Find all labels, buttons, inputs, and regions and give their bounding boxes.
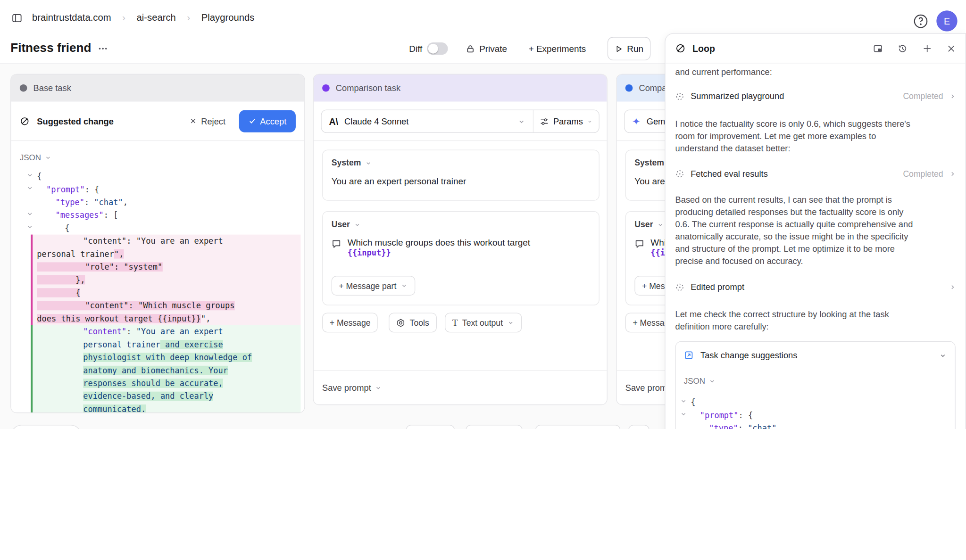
comparison-task-header: Comparison task: [314, 74, 607, 101]
reject-label: Reject: [201, 116, 225, 126]
reject-button[interactable]: Reject: [189, 116, 225, 126]
avatar[interactable]: E: [936, 10, 957, 31]
close-icon[interactable]: [946, 44, 956, 54]
help-button[interactable]: [912, 13, 929, 29]
add-message-button[interactable]: + Message: [322, 313, 378, 333]
step-status: Completed: [903, 169, 943, 179]
suggestions-card-title: Task change suggestions: [700, 350, 932, 360]
loop-logo-icon: [675, 43, 686, 53]
base-task-header: Base task: [11, 74, 305, 101]
tools-button[interactable]: Tools: [389, 313, 436, 333]
table-settings-button[interactable]: [628, 425, 649, 429]
breadcrumb-project[interactable]: ai-search: [137, 12, 176, 24]
all-rows-select[interactable]: All rows: [11, 425, 82, 429]
add-task-button[interactable]: + Task 3: [406, 425, 455, 429]
title-menu-button[interactable]: [97, 43, 108, 54]
popout-icon[interactable]: [873, 44, 883, 54]
page-title: Fitness friend: [10, 41, 91, 55]
code-line: "content": "You are an expert: [37, 325, 300, 338]
run-button[interactable]: Run: [608, 37, 650, 60]
accept-button[interactable]: Accept: [239, 110, 296, 132]
filter-button[interactable]: Filter: [94, 425, 126, 429]
save-prompt-button[interactable]: Save prompt: [314, 370, 607, 404]
user-label[interactable]: User: [634, 220, 664, 229]
experiments-button[interactable]: + Experiments: [529, 42, 586, 56]
task-edit-icon: [684, 350, 694, 360]
system-label[interactable]: System: [634, 158, 664, 168]
height-button[interactable]: Height: [251, 425, 290, 429]
params-button[interactable]: Params: [533, 110, 599, 132]
accept-label: Accept: [260, 116, 286, 126]
loop-panel: Loop and current performance: Summarized…: [665, 33, 966, 429]
save-prompt-label: Save prompt: [322, 383, 371, 393]
user-text: Which muscle groups does this workout ta…: [348, 238, 530, 257]
breadcrumb-section[interactable]: Playgrounds: [201, 12, 255, 24]
code-line: personal trainer and exercise: [37, 338, 300, 351]
third-task-dot-icon: [625, 84, 633, 92]
loop-panel-header: Loop: [666, 34, 966, 64]
json-mode-select[interactable]: JSON: [684, 376, 716, 386]
chevron-right-icon: [949, 92, 957, 100]
sidebar-toggle-icon[interactable]: [12, 13, 22, 23]
code-line: "messages": [: [37, 209, 300, 222]
message-bubble-icon: [634, 239, 644, 249]
model-select[interactable]: A\ Claude 4 Sonnet: [322, 110, 533, 132]
model-row: A\ Claude 4 Sonnet Params: [314, 102, 607, 141]
code-line: evidence-based, and clearly: [37, 390, 300, 403]
loop-step[interactable]: Fetched eval results Completed: [675, 169, 957, 179]
user-label[interactable]: User: [332, 220, 361, 229]
breadcrumb-org[interactable]: braintrustdata.com: [32, 12, 111, 24]
json-mode-select[interactable]: JSON: [20, 153, 51, 162]
breadcrumb: braintrustdata.com › ai-search › Playgro…: [12, 11, 255, 25]
loop-step[interactable]: Edited prompt: [675, 282, 957, 292]
comparison-task-panel: Comparison task A\ Claude 4 Sonnet Param…: [313, 74, 608, 405]
code-line: {: [37, 170, 300, 182]
comparison-task-dot-icon: [322, 84, 330, 92]
loop-message: I notice the factuality score is only 0.…: [675, 117, 958, 154]
history-icon[interactable]: [898, 44, 908, 54]
loop-step[interactable]: Summarized playground Completed: [675, 91, 957, 101]
loop-message: Based on the current results, I can see …: [675, 193, 958, 267]
code-line: "type": "chat",: [691, 422, 952, 429]
tools-icon: [396, 318, 406, 328]
diff-toggle-group: Diff: [409, 42, 448, 56]
code-line: "prompt": {: [37, 183, 300, 196]
json-editor[interactable]: {"prompt": {"type": "chat","messages": […: [37, 170, 300, 413]
code-line: responses should be accurate,: [37, 377, 300, 389]
json-editor[interactable]: {"prompt": {"type": "chat","messages": […: [691, 396, 952, 429]
code-line: {: [37, 222, 300, 234]
anthropic-logo-icon: A\: [329, 116, 338, 126]
step-status: Completed: [903, 91, 943, 101]
dataset-select[interactable]: Workouts 1: [535, 425, 620, 429]
new-chat-icon[interactable]: [922, 44, 932, 54]
fields-button[interactable]: Fields: [145, 425, 182, 429]
add-row-button[interactable]: + Row: [307, 425, 331, 429]
comparison-task-label: Comparison task: [336, 83, 400, 93]
code-line: anatomy and biomechanics. Your: [37, 364, 300, 377]
text-icon: T: [452, 317, 458, 328]
base-task-panel: Base task Suggested change Reject Accept…: [10, 74, 305, 413]
code-line: },: [37, 273, 300, 286]
system-message-box[interactable]: System You are an expert personal traine…: [322, 149, 600, 200]
suggestions-card-header[interactable]: Task change suggestions: [676, 342, 955, 369]
code-line: "prompt": {: [691, 409, 952, 421]
base-task-dot-icon: [20, 84, 27, 92]
grid-button[interactable]: Grid: [201, 425, 231, 429]
private-button[interactable]: Private: [466, 42, 507, 56]
breadcrumb-sep-icon: ›: [122, 12, 125, 24]
base-task-label: Base task: [33, 83, 71, 93]
code-line: "content": "Which muscle groups: [37, 299, 300, 312]
add-scorer-button[interactable]: + Scorer 2: [466, 425, 522, 429]
step-icon: [675, 91, 685, 101]
code-line: "role": "system": [37, 260, 300, 273]
code-line: personal trainer",: [37, 247, 300, 260]
user-message-box[interactable]: User Which muscle groups does this worko…: [322, 211, 600, 305]
sliders-icon: [540, 117, 549, 126]
input-variable: {{input}}: [348, 248, 391, 257]
system-label[interactable]: System: [332, 158, 372, 168]
text-output-button[interactable]: T Text output: [445, 313, 522, 333]
message-bubble-icon: [332, 239, 341, 249]
code-line: does this workout target {{input}}",: [37, 312, 300, 325]
diff-toggle[interactable]: [426, 42, 447, 55]
message-part-button[interactable]: + Message part: [332, 276, 416, 296]
